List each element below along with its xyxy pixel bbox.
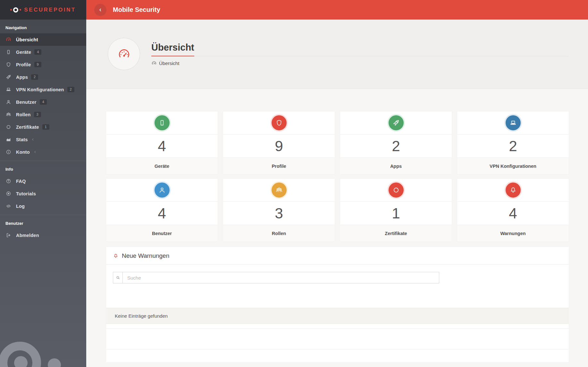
sidebar-item-abmelden[interactable]: Abmelden xyxy=(0,229,86,241)
laptop-icon xyxy=(5,86,12,93)
user-icon xyxy=(5,99,12,105)
count-badge: 2 xyxy=(31,74,38,80)
brand-logo[interactable]: SECUREPOINT xyxy=(0,0,86,20)
sidebar-item-label: FAQ xyxy=(16,179,26,184)
sidebar-item-apps[interactable]: Apps2 xyxy=(0,71,86,83)
topbar-title: Mobile Security xyxy=(113,6,160,13)
smartphone-circle xyxy=(155,115,170,130)
stat-value: 2 xyxy=(340,135,452,158)
sidebar-item-label: Rollen xyxy=(16,112,31,117)
stat-label: Profile xyxy=(223,158,335,174)
chevron-left-icon xyxy=(98,7,103,12)
stat-card-icon-section xyxy=(457,111,569,135)
count-badge: 4 xyxy=(34,49,41,55)
stat-label: Geräte xyxy=(106,158,218,174)
sidebar: SECUREPOINT NavigationÜbersichtGeräte4Pr… xyxy=(0,0,86,367)
chevron-left-icon xyxy=(31,137,35,142)
sidebar-item-label: Abmelden xyxy=(16,233,39,238)
empty-message: Keine Einträge gefunden xyxy=(115,313,168,319)
sidebar-item-label: Profile xyxy=(16,62,31,67)
stat-label: Apps xyxy=(340,158,452,174)
nav-section-header: Benutzer xyxy=(0,217,86,229)
smartphone-icon xyxy=(5,49,12,55)
laptop-icon xyxy=(509,119,517,127)
stat-label: Benutzer xyxy=(106,225,218,241)
table-row xyxy=(106,329,569,349)
stat-card-profile[interactable]: 9Profile xyxy=(223,111,335,174)
sidebar-item-benutzer[interactable]: Benutzer4 xyxy=(0,96,86,108)
bell-icon xyxy=(509,186,517,194)
stat-card-gerate[interactable]: 4Geräte xyxy=(106,111,218,174)
stat-card-icon-section xyxy=(223,111,335,135)
sidebar-item-stats[interactable]: Stats xyxy=(0,133,86,146)
brand-dot-icon xyxy=(10,9,12,11)
stat-value: 4 xyxy=(106,135,218,158)
rocket-icon xyxy=(5,74,12,80)
question-icon xyxy=(5,178,12,184)
sidebar-item-label: Übersicht xyxy=(16,37,38,42)
smartphone-icon xyxy=(158,119,166,127)
stat-card-icon-section xyxy=(457,179,569,202)
sidebar-item-label: Zertifikate xyxy=(16,125,39,130)
sidebar-item-ubersicht[interactable]: Übersicht xyxy=(0,33,86,46)
sidebar-item-tutorials[interactable]: Tutorials xyxy=(0,187,86,200)
stat-card-icon-section xyxy=(223,179,335,202)
sidebar-item-log[interactable]: Log xyxy=(0,200,86,212)
certificate-circle xyxy=(389,183,404,198)
logout-icon xyxy=(5,232,12,238)
stat-card-apps[interactable]: 2Apps xyxy=(340,111,452,174)
search-icon xyxy=(115,275,121,280)
gauge-icon xyxy=(5,37,12,43)
stat-card-rollen[interactable]: 3Rollen xyxy=(223,179,335,241)
sidebar-item-vpn-konfigurationen[interactable]: VPN Konfigurationen2 xyxy=(0,83,86,96)
search-icon-box xyxy=(113,272,123,283)
certificate-icon xyxy=(392,186,400,194)
count-badge: 3 xyxy=(34,112,41,117)
sidebar-item-gerate[interactable]: Geräte4 xyxy=(0,46,86,58)
code-icon xyxy=(5,203,12,209)
warnings-panel-title: Neue Warnungen xyxy=(122,252,169,259)
stat-card-icon-section xyxy=(106,179,218,202)
brand-name: SECUREPOINT xyxy=(24,7,76,13)
brand-dot-icon xyxy=(20,9,21,11)
stat-card-benutzer[interactable]: 4Benutzer xyxy=(106,179,218,241)
gauge-icon xyxy=(151,61,157,66)
rocket-circle xyxy=(389,115,404,130)
sidebar-item-faq[interactable]: FAQ xyxy=(0,175,86,187)
watermark-logo-dot xyxy=(14,356,28,367)
rocket-icon xyxy=(392,119,400,127)
users-circle xyxy=(272,183,287,198)
count-badge: 1 xyxy=(42,124,49,130)
shield-icon xyxy=(275,119,283,127)
sidebar-item-profile[interactable]: Profile9 xyxy=(0,58,86,71)
sidebar-item-zertifikate[interactable]: Zertifikate1 xyxy=(0,121,86,133)
stat-card-vpn-konfigurationen[interactable]: 2VPN Konfigurationen xyxy=(457,111,569,174)
search-input[interactable] xyxy=(123,272,439,283)
shield-icon xyxy=(5,61,12,68)
sidebar-item-label: VPN Konfigurationen xyxy=(16,87,64,92)
nav-section-header: Info xyxy=(0,163,86,175)
warnings-panel: Neue Warnungen Keine Einträge gefunden xyxy=(106,247,569,362)
breadcrumb-label: Übersicht xyxy=(159,61,179,66)
brand-ring-icon xyxy=(13,7,18,12)
laptop-circle xyxy=(506,115,521,130)
sidebar-item-label: Log xyxy=(16,204,25,209)
sidebar-item-rollen[interactable]: Rollen3 xyxy=(0,108,86,121)
warnings-table: Keine Einträge gefunden xyxy=(106,308,569,349)
sidebar-nav: NavigationÜbersichtGeräte4Profile9Apps2V… xyxy=(0,20,86,241)
certificate-icon xyxy=(5,124,12,130)
chart-icon xyxy=(5,136,12,143)
page-title: Übersicht xyxy=(151,42,194,56)
sidebar-item-konto[interactable]: Konto xyxy=(0,146,86,158)
stat-card-warnungen[interactable]: 4Warnungen xyxy=(457,179,569,241)
stat-value: 4 xyxy=(106,202,218,225)
nav-section-navigation: NavigationÜbersichtGeräte4Profile9Apps2V… xyxy=(0,20,86,158)
chevron-left-icon xyxy=(33,150,37,154)
bell-icon xyxy=(113,253,119,259)
count-badge: 2 xyxy=(67,87,74,92)
stat-card-icon-section xyxy=(340,111,452,135)
back-button[interactable] xyxy=(94,4,106,16)
stat-card-zertifikate[interactable]: 1Zertifikate xyxy=(340,179,452,241)
stat-value: 1 xyxy=(340,202,452,225)
stat-value: 3 xyxy=(223,202,335,225)
